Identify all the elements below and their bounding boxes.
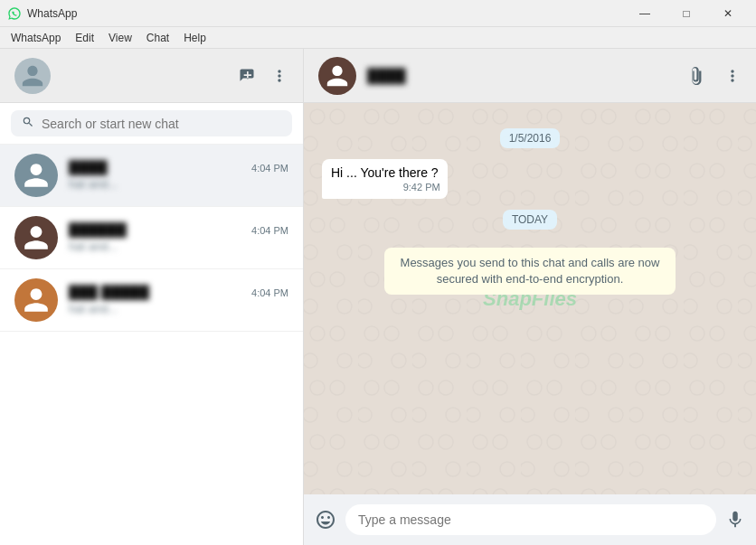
whatsapp-icon <box>7 6 22 21</box>
contact-avatar[interactable] <box>318 57 356 95</box>
chat-preview: hat and... <box>69 240 288 253</box>
chat-info-top: ████ 4:04 PM <box>69 160 288 175</box>
left-header-actions <box>238 67 288 85</box>
menu-bar: WhatsApp Edit View Chat Help <box>0 27 756 49</box>
right-more-options-button[interactable] <box>723 67 742 85</box>
title-bar-left: WhatsApp <box>7 6 77 21</box>
avatar <box>14 278 58 322</box>
chat-preview: hat and... <box>69 302 288 315</box>
right-panel: ████ <box>304 49 756 545</box>
chat-info-top: ██████ 4:04 PM <box>69 222 288 238</box>
chat-info-top: ███ █████ 4:04 PM <box>69 285 288 300</box>
search-input-wrap <box>11 110 292 136</box>
left-panel: ████ 4:04 PM hat and... ██████ 4:04 PM <box>0 49 304 545</box>
menu-help[interactable]: Help <box>176 30 213 46</box>
avatar <box>14 154 58 197</box>
maximize-button[interactable]: □ <box>666 0 707 27</box>
left-header <box>0 49 303 103</box>
list-item[interactable]: ████ 4:04 PM hat and... <box>0 145 303 207</box>
list-item[interactable]: ███ █████ 4:04 PM hat and... <box>0 269 303 332</box>
right-header: ████ <box>304 49 756 103</box>
message-time: 9:42 PM <box>403 181 440 194</box>
chat-info: ██████ 4:04 PM hat and... <box>69 222 288 253</box>
search-input[interactable] <box>42 117 281 131</box>
chat-time: 4:04 PM <box>251 287 288 298</box>
chat-preview: hat and... <box>69 177 288 191</box>
left-more-options-button[interactable] <box>270 67 288 85</box>
contact-info: ████ <box>367 68 406 83</box>
menu-whatsapp[interactable]: WhatsApp <box>4 30 68 46</box>
message-input-bar <box>304 494 756 545</box>
window-controls: — □ ✕ <box>624 0 749 27</box>
chat-name: ████ <box>69 160 108 175</box>
avatar <box>14 216 58 259</box>
new-chat-button[interactable] <box>238 67 256 85</box>
chat-name: ███ █████ <box>69 285 149 300</box>
emoji-button[interactable] <box>315 509 336 531</box>
menu-edit[interactable]: Edit <box>68 30 101 46</box>
chat-time: 4:04 PM <box>251 225 288 236</box>
message-bubble: Hi ... You're there ? 9:42 PM <box>322 159 448 199</box>
contact-name: ████ <box>367 68 406 83</box>
profile-avatar[interactable] <box>14 58 51 94</box>
mic-button[interactable] <box>725 510 745 530</box>
window-title: WhatsApp <box>27 7 77 20</box>
right-header-right <box>685 66 742 86</box>
menu-chat[interactable]: Chat <box>139 30 176 46</box>
chat-messages: SnapFiles 1/5/2016 Hi ... You're there ?… <box>304 103 756 494</box>
close-button[interactable]: ✕ <box>707 0 749 27</box>
right-header-left: ████ <box>318 57 406 95</box>
menu-view[interactable]: View <box>101 30 139 46</box>
encryption-notice: Messages you send to this chat and calls… <box>384 248 676 295</box>
message-text: Hi ... You're there ? <box>331 165 439 180</box>
date-badge-2: TODAY <box>503 210 557 230</box>
minimize-button[interactable]: — <box>624 0 666 27</box>
chat-list: ████ 4:04 PM hat and... ██████ 4:04 PM <box>0 145 303 545</box>
attach-button[interactable] <box>685 66 705 86</box>
search-bar <box>0 103 303 145</box>
chat-time: 4:04 PM <box>251 163 288 174</box>
title-bar: WhatsApp — □ ✕ <box>0 0 756 27</box>
search-icon <box>22 116 34 131</box>
chat-name: ██████ <box>69 222 127 238</box>
list-item[interactable]: ██████ 4:04 PM hat and... <box>0 207 303 269</box>
app-container: ████ 4:04 PM hat and... ██████ 4:04 PM <box>0 49 756 545</box>
message-input[interactable] <box>345 504 716 535</box>
chat-info: ███ █████ 4:04 PM hat and... <box>69 285 288 315</box>
messages-inner: 1/5/2016 Hi ... You're there ? 9:42 PM T… <box>322 112 738 302</box>
chat-info: ████ 4:04 PM hat and... <box>69 160 288 191</box>
date-badge-1: 1/5/2016 <box>500 128 561 148</box>
